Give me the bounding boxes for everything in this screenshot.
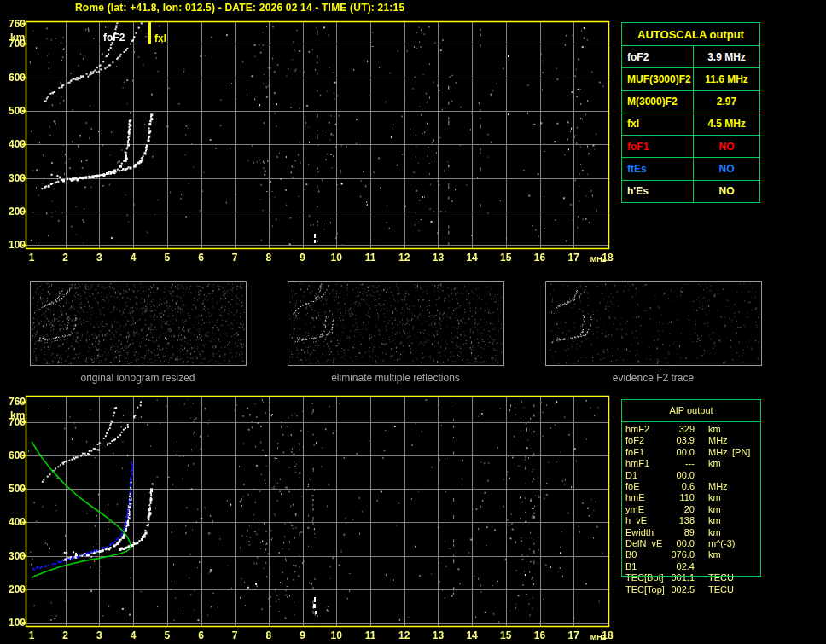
aip-row-unit: km xyxy=(708,424,721,435)
aip-table-header: AIP output xyxy=(621,399,761,421)
aip-row: TEC[Top]002.5TECU xyxy=(621,584,761,595)
aip-row-note: [PN] xyxy=(732,447,750,458)
autoscala-row-label: h'Es xyxy=(622,181,694,202)
aip-row: hmE110km xyxy=(621,492,761,503)
aip-row-value: 002.5 xyxy=(654,584,695,595)
aip-row-label: foF2 xyxy=(625,435,644,446)
aip-header-divider xyxy=(621,421,761,422)
autoscala-table-header: AUTOSCALA output xyxy=(622,23,759,46)
autoscala-row-value: 2.97 xyxy=(694,91,759,113)
autoscala-row-label: foF1 xyxy=(622,136,694,157)
autoscala-row-label: fxI xyxy=(622,113,694,135)
aip-row-unit: km xyxy=(708,458,721,469)
aip-row: Ewidth89km xyxy=(621,527,761,538)
page-title: Rome (lat: +41.8, lon: 012.5) - DATE: 20… xyxy=(75,2,404,14)
aip-row-unit: km xyxy=(708,515,721,526)
aip-row: ymE20km xyxy=(621,504,761,515)
aip-row-value: --- xyxy=(654,458,695,469)
aip-row-unit: TECU xyxy=(708,572,734,583)
thumbnail-caption-evidence: evidence F2 trace xyxy=(545,372,761,384)
aip-row: foE0.6MHz xyxy=(621,481,761,492)
autoscala-row: h'EsNO xyxy=(622,181,759,202)
aip-row-label: hmF2 xyxy=(625,424,649,435)
aip-row-label: foF1 xyxy=(625,447,644,458)
autoscala-row-label: MUF(3000)F2 xyxy=(622,68,694,90)
autoscala-output-table: AUTOSCALA output foF23.9 MHzMUF(3000)F21… xyxy=(621,22,760,203)
aip-row-label: B1 xyxy=(625,561,637,572)
aip-row-label: hmF1 xyxy=(625,458,649,469)
aip-row-unit: km xyxy=(708,527,721,538)
aip-row-value: 0.6 xyxy=(654,481,695,492)
aip-row-value: 00.0 xyxy=(654,447,695,458)
autoscala-row-value: 3.9 MHz xyxy=(694,46,759,67)
aip-row-unit: km xyxy=(708,504,721,515)
aip-row-unit: MHz xyxy=(708,447,728,458)
aip-row-label: D1 xyxy=(625,470,637,481)
aip-row: foF100.0MHz[PN] xyxy=(621,447,761,458)
autoscala-row-label: ftEs xyxy=(622,158,694,179)
fof2-trace-label: foF2 xyxy=(103,32,125,44)
aip-row-label: Ewidth xyxy=(625,527,654,538)
aip-row-label: ymE xyxy=(625,504,644,515)
aip-row-value: 00.0 xyxy=(654,538,695,549)
aip-row: B0076.0km xyxy=(621,549,761,560)
aip-row-label: B0 xyxy=(625,549,637,560)
aip-row-unit: MHz xyxy=(708,481,728,492)
aip-row: hmF2329km xyxy=(621,424,761,435)
aip-row-unit: km xyxy=(708,549,721,560)
autoscala-row: ftEsNO xyxy=(622,158,759,180)
aip-row-unit: MHz xyxy=(708,435,728,446)
aip-row-value: 02.4 xyxy=(654,561,695,572)
aip-row: foF203.9MHz xyxy=(621,435,761,446)
autoscala-row: foF23.9 MHz xyxy=(622,46,759,68)
aip-row: DelN_vE00.0m^(-3) xyxy=(621,538,761,549)
aip-output-table: AIP output hmF2329kmfoF203.9MHzfoF100.0M… xyxy=(621,399,761,600)
autoscala-row-label: M(3000)F2 xyxy=(622,91,694,113)
aip-row-label: h_vE xyxy=(625,515,647,526)
aip-row-unit: TECU xyxy=(708,584,734,595)
aip-row: TEC[Bot]001.1TECU xyxy=(621,572,761,583)
aip-row-unit: m^(-3) xyxy=(708,538,735,549)
autoscala-row-value: 4.5 MHz xyxy=(694,113,759,135)
aip-row-value: 03.9 xyxy=(654,435,695,446)
autoscala-row-value: NO xyxy=(694,181,759,202)
autoscala-app-screen: { "title": "Rome (lat: +41.8, lon: 012.5… xyxy=(0,0,826,644)
autoscala-row: foF1NO xyxy=(622,136,759,158)
autoscala-row-value: 11.6 MHz xyxy=(694,68,759,90)
autoscala-row-value: NO xyxy=(694,158,759,179)
aip-row-value: 076.0 xyxy=(654,549,695,560)
aip-row-value: 138 xyxy=(654,515,695,526)
aip-row-value: 329 xyxy=(654,424,695,435)
thumbnail-caption-eliminate: eliminate multiple reflections xyxy=(288,372,503,384)
aip-row-label: hmE xyxy=(625,492,645,503)
aip-row-value: 001.1 xyxy=(654,572,695,583)
autoscala-table-rows: foF23.9 MHzMUF(3000)F211.6 MHzM(3000)F22… xyxy=(622,46,759,202)
autoscala-row-label: foF2 xyxy=(622,46,694,67)
autoscala-row: MUF(3000)F211.6 MHz xyxy=(622,68,759,90)
fxi-trace-label: fxI xyxy=(154,32,166,44)
aip-row-value: 20 xyxy=(654,504,695,515)
aip-row-value: 00.0 xyxy=(654,470,695,481)
autoscala-row: M(3000)F22.97 xyxy=(622,91,759,113)
aip-row: h_vE138km xyxy=(621,515,761,526)
aip-row-value: 89 xyxy=(654,527,695,538)
thumbnail-caption-original: original ionogram resized xyxy=(30,372,246,384)
aip-row-unit: km xyxy=(708,492,721,503)
aip-row-label: foE xyxy=(625,481,640,492)
aip-row: hmF1---km xyxy=(621,458,761,469)
autoscala-row-value: NO xyxy=(694,136,759,157)
aip-row-value: 110 xyxy=(654,492,695,503)
autoscala-row: fxI4.5 MHz xyxy=(622,113,759,136)
aip-row: D100.0 xyxy=(621,470,761,481)
aip-row: B102.4 xyxy=(621,561,761,572)
